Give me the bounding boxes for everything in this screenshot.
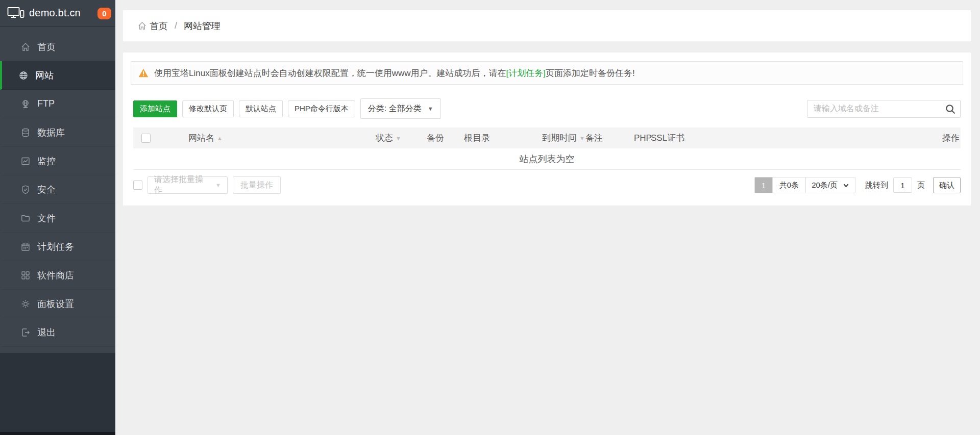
column-label: 根目录 [464, 133, 490, 143]
sidebar-item-monitor[interactable]: 监控 [0, 147, 115, 175]
default-site-button[interactable]: 默认站点 [239, 100, 283, 117]
sidebar-item-label: 安全 [37, 184, 56, 196]
sidebar-item-soft[interactable]: 软件商店 [0, 261, 115, 290]
sidebar-item-config[interactable]: 面板设置 [0, 290, 115, 318]
pager-group: 1 共0条 20条/页 [754, 177, 855, 193]
sidebar-item-logout[interactable]: 退出 [0, 318, 115, 347]
sidebar-item-label: 数据库 [37, 126, 65, 139]
toolbar: 添加站点修改默认页默认站点PHP命令行版本 分类: 全部分类 ▼ [133, 98, 961, 119]
column-header-note: 备注 [585, 132, 634, 144]
chevron-down-icon [843, 182, 849, 189]
page-unit-label: 页 [917, 181, 925, 190]
batch-action-dropdown[interactable]: 请选择批量操作 ▼ [148, 176, 228, 194]
home-icon [20, 42, 31, 52]
sidebar-item-site[interactable]: 网站 [0, 61, 115, 90]
sidebar-item-files[interactable]: 文件 [0, 204, 115, 233]
column-header-actions: 操作 [920, 132, 961, 144]
breadcrumb: 首页 / 网站管理 [123, 10, 971, 41]
main-area: 首页 / 网站管理 使用宝塔Linux面板创建站点时会自动创建权限配置，统一使用… [115, 0, 980, 435]
alert-text-before: 使用宝塔Linux面板创建站点时会自动创建权限配置，统一使用www用户。建站成功… [154, 67, 506, 79]
gear-icon [20, 299, 31, 309]
column-header-root-dir: 根目录 [464, 132, 542, 144]
column-header-ssl: SSL证书 [651, 132, 920, 144]
breadcrumb-home-label: 首页 [150, 20, 168, 32]
column-header-php: PHP [634, 133, 651, 143]
page-number-button[interactable]: 1 [755, 177, 772, 193]
sidebar-item-label: 首页 [37, 41, 56, 53]
sidebar-menu: 首页网站FTP数据库监控安全文件计划任务软件商店面板设置退出 [0, 27, 115, 353]
add-site-button[interactable]: 添加站点 [133, 100, 177, 117]
search-input[interactable] [807, 100, 960, 117]
warning-icon [138, 68, 149, 78]
column-label: PHP [634, 133, 652, 143]
toolbar-buttons: 添加站点修改默认页默认站点PHP命令行版本 [133, 100, 360, 117]
total-count: 共0条 [772, 177, 805, 193]
globe-icon [18, 70, 29, 81]
sidebar-item-label: FTP [37, 98, 55, 109]
caret-down-icon: ▼ [428, 106, 433, 112]
sidebar: demo.bt.cn 0 首页网站FTP数据库监控安全文件计划任务软件商店面板设… [0, 0, 115, 435]
column-header-site-name[interactable]: 网站名▲ [188, 132, 376, 144]
shield-icon [20, 185, 31, 195]
calendar-icon [20, 242, 31, 252]
home-icon [137, 21, 147, 31]
sidebar-item-label: 文件 [37, 212, 56, 224]
sidebar-item-label: 面板设置 [37, 298, 74, 310]
sidebar-item-home[interactable]: 首页 [0, 33, 115, 61]
column-header-backup: 备份 [427, 132, 464, 144]
page-size-select[interactable]: 20条/页 [805, 177, 855, 193]
search-icon[interactable] [945, 104, 956, 115]
monitor-icon [20, 156, 31, 166]
sidebar-item-cron[interactable]: 计划任务 [0, 233, 115, 261]
sidebar-item-database[interactable]: 数据库 [0, 118, 115, 147]
modify-default-page-button[interactable]: 修改默认页 [182, 100, 234, 117]
sidebar-item-security[interactable]: 安全 [0, 175, 115, 204]
php-cli-version-button[interactable]: PHP命令行版本 [288, 100, 355, 117]
header-checkbox-cell [133, 134, 188, 143]
computer-icon [7, 7, 24, 20]
bottom-bar: 请选择批量操作 ▼ 批量操作 1 共0条 20条/页 [133, 176, 961, 194]
batch-select-all-checkbox[interactable] [133, 181, 142, 190]
sidebar-item-label: 软件商店 [37, 269, 74, 282]
batch-action-button[interactable]: 批量操作 [233, 176, 281, 194]
sidebar-item-label: 网站 [35, 69, 54, 82]
batch-action-label: 请选择批量操作 [154, 174, 209, 196]
category-dropdown[interactable]: 分类: 全部分类 ▼ [360, 98, 441, 119]
page-size-value: 20条/页 [812, 181, 838, 190]
breadcrumb-separator: / [175, 20, 177, 31]
logout-icon [20, 327, 31, 338]
column-label: 操作 [942, 133, 960, 143]
breadcrumb-home-link[interactable]: 首页 [137, 20, 168, 32]
logo-bar[interactable]: demo.bt.cn 0 [0, 0, 115, 27]
sidebar-item-ftp[interactable]: FTP [0, 90, 115, 118]
breadcrumb-current: 网站管理 [184, 20, 220, 32]
column-label: 备份 [427, 133, 444, 143]
folder-icon [20, 213, 31, 223]
pagination: 1 共0条 20条/页 跳转到 页 确认 [754, 177, 961, 193]
column-label: 到期时间 [542, 133, 577, 143]
column-label: 备注 [585, 133, 603, 143]
jump-to-label: 跳转到 [865, 181, 888, 190]
jump-page-input[interactable] [893, 177, 912, 193]
column-header-status[interactable]: 状态▼ [376, 132, 427, 144]
column-label: 网站名 [188, 133, 214, 143]
column-label: SSL证书 [651, 133, 684, 143]
column-header-expire-time[interactable]: 到期时间▼ [542, 132, 585, 144]
sidebar-item-label: 退出 [37, 326, 56, 339]
empty-text: 站点列表为空 [520, 153, 575, 165]
sort-desc-icon: ▼ [579, 135, 585, 141]
sort-asc-icon: ▲ [217, 135, 223, 141]
confirm-button[interactable]: 确认 [933, 177, 961, 193]
info-alert: 使用宝塔Linux面板创建站点时会自动创建权限配置，统一使用www用户。建站成功… [131, 61, 963, 85]
database-icon [20, 127, 31, 138]
grid-icon [20, 270, 31, 280]
cron-task-link[interactable]: [计划任务] [506, 67, 545, 79]
sort-desc-icon: ▼ [396, 135, 401, 141]
select-all-checkbox[interactable] [141, 134, 151, 143]
message-count-badge[interactable]: 0 [97, 8, 111, 19]
caret-down-icon: ▼ [215, 182, 221, 188]
search-box [807, 100, 961, 118]
logo-text: demo.bt.cn [29, 7, 81, 19]
sidebar-bottom-strip [0, 432, 115, 435]
empty-table-row: 站点列表为空 [133, 148, 961, 170]
